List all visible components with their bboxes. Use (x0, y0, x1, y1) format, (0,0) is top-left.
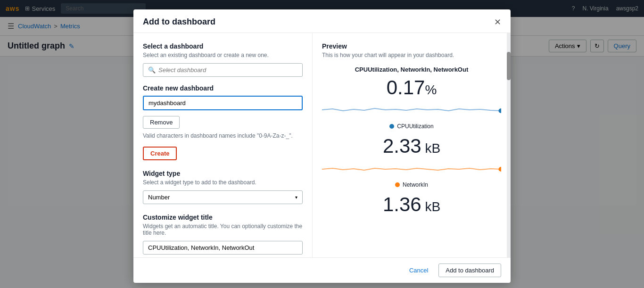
chevron-down-icon: ▾ (295, 195, 297, 200)
search-icon: 🔍 (148, 66, 156, 74)
preview-title: Preview (322, 42, 501, 50)
customize-label: Customize widget title (143, 214, 303, 221)
dashboard-search-field[interactable] (158, 66, 297, 74)
remove-button[interactable]: Remove (143, 116, 180, 129)
widget-type-selected: Number (148, 194, 170, 201)
preview-sub: This is how your chart will appear in yo… (322, 52, 501, 58)
create-button[interactable]: Create (143, 147, 177, 160)
networkin-legend: NetworkIn (322, 181, 501, 188)
cpu-legend-dot (389, 124, 394, 129)
cpu-metric-value: 0.17% (322, 77, 501, 99)
modal-footer: Cancel Add to dashboard (133, 257, 511, 283)
modal-overlay: Add to dashboard ✕ Select a dashboard Se… (0, 0, 644, 288)
scrollbar-thumb (507, 52, 511, 80)
create-dashboard-label: Create new dashboard (143, 84, 303, 92)
networkin-legend-dot (395, 182, 400, 187)
networkin-metric-value: 2.33 kB (322, 135, 501, 157)
preview-scrollbar[interactable] (507, 33, 511, 257)
new-dashboard-input[interactable] (143, 96, 303, 110)
cpu-legend: CPUUtilization (322, 123, 501, 130)
modal-left-panel: Select a dashboard Select an existing da… (133, 33, 313, 257)
cpu-sparkline (322, 100, 501, 119)
svg-point-0 (498, 108, 501, 113)
customize-sub: Widgets get an automatic title. You can … (143, 223, 303, 236)
networkout-metric-value: 1.36 kB (322, 194, 501, 215)
customize-section: Customize widget title Widgets get an au… (143, 214, 303, 255)
modal-body: Select a dashboard Select an existing da… (133, 33, 511, 257)
select-dashboard-input[interactable]: 🔍 (143, 63, 303, 77)
widget-type-label: Widget type (143, 170, 303, 177)
modal-close-button[interactable]: ✕ (494, 18, 501, 26)
add-to-dashboard-modal: Add to dashboard ✕ Select a dashboard Se… (133, 9, 511, 283)
modal-header: Add to dashboard ✕ (133, 9, 511, 33)
svg-point-1 (498, 167, 501, 172)
modal-right-panel: Preview This is how your chart will appe… (313, 33, 511, 257)
cancel-button[interactable]: Cancel (403, 264, 435, 277)
widget-type-sub: Select a widget type to add to the dashb… (143, 179, 303, 186)
preview-chart-title: CPUUtilization, NetworkIn, NetworkOut (322, 66, 501, 73)
widget-type-section: Widget type Select a widget type to add … (143, 170, 303, 204)
add-to-dashboard-button[interactable]: Add to dashboard (438, 263, 501, 277)
dashboard-name-hint: Valid characters in dashboard names incl… (143, 132, 303, 139)
select-dashboard-label: Select a dashboard (143, 42, 303, 50)
networkin-sparkline (322, 159, 501, 178)
modal-title: Add to dashboard (143, 17, 215, 27)
select-dashboard-sub: Select an existing dashboard or create a… (143, 52, 303, 58)
widget-type-select[interactable]: Number ▾ (143, 190, 303, 204)
widget-title-input[interactable] (143, 241, 303, 255)
